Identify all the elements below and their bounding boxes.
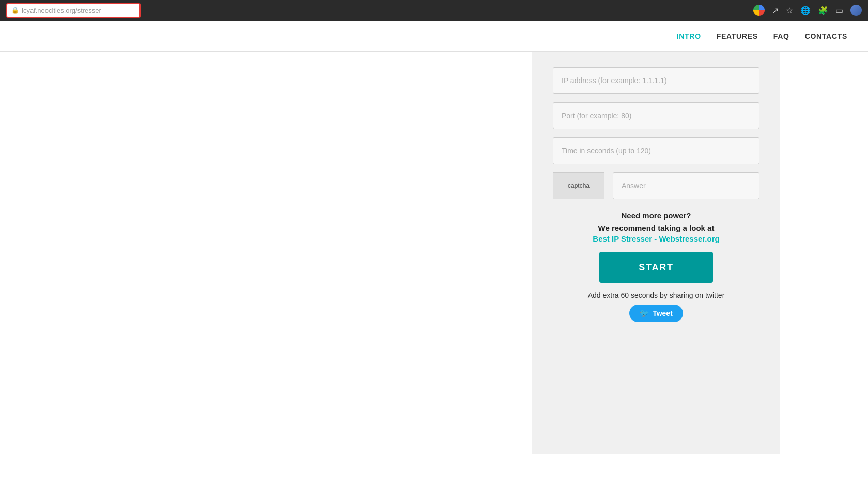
captcha-row: captcha <box>553 172 760 199</box>
port-input[interactable] <box>553 102 760 129</box>
nav-links: INTRO FEATURES FAQ CONTACTS <box>677 32 847 40</box>
power-text: Need more power? We recommend taking a l… <box>553 210 760 244</box>
address-bar[interactable]: 🔒 icyaf.neocities.org/stresser <box>6 3 141 18</box>
ip-input[interactable] <box>553 67 760 94</box>
nav-features[interactable]: FEATURES <box>717 32 758 40</box>
browser-chrome: 🔒 icyaf.neocities.org/stresser ↗ ☆ 🌐 🧩 ▭ <box>0 0 868 21</box>
power-line2: We recommend taking a look at <box>553 222 760 234</box>
tweet-button[interactable]: 🐦 Tweet <box>629 305 683 322</box>
nav-intro[interactable]: INTRO <box>677 32 701 40</box>
twitter-bird-icon: 🐦 <box>640 309 649 318</box>
share-icon[interactable]: ↗ <box>772 6 779 15</box>
url-base: icyaf.neocities.org <box>22 7 75 14</box>
nav-faq[interactable]: FAQ <box>773 32 789 40</box>
captcha-label: captcha <box>568 182 590 189</box>
power-line1: Need more power? <box>553 210 760 222</box>
main-content: captcha Need more power? We recommend ta… <box>0 52 868 479</box>
bookmark-icon[interactable]: ☆ <box>786 6 793 15</box>
start-button[interactable]: START <box>599 252 713 283</box>
browser-toolbar: ↗ ☆ 🌐 🧩 ▭ <box>753 5 862 16</box>
port-field-wrapper <box>553 102 760 129</box>
address-text: icyaf.neocities.org/stresser <box>22 7 101 14</box>
extensions-icon[interactable]: 🧩 <box>818 6 828 15</box>
captcha-answer-input[interactable] <box>613 172 760 199</box>
captcha-image: captcha <box>553 172 605 199</box>
nav-contacts[interactable]: CONTACTS <box>805 32 847 40</box>
form-panel: captcha Need more power? We recommend ta… <box>532 52 780 454</box>
lock-icon: 🔒 <box>11 7 19 14</box>
ip-field-wrapper <box>553 67 760 94</box>
google-icon[interactable] <box>753 5 765 16</box>
sidebar-icon[interactable]: ▭ <box>835 6 843 15</box>
share-text: Add extra 60 seconds by sharing on twitt… <box>553 291 760 299</box>
tweet-label: Tweet <box>653 309 673 317</box>
top-nav: INTRO FEATURES FAQ CONTACTS <box>0 21 868 52</box>
profile-icon[interactable] <box>850 5 862 16</box>
url-path: /stresser <box>75 7 101 14</box>
power-link[interactable]: Best IP Stresser - Webstresser.org <box>593 234 719 243</box>
time-field-wrapper <box>553 137 760 164</box>
globe-icon[interactable]: 🌐 <box>800 6 811 15</box>
time-input[interactable] <box>553 137 760 164</box>
